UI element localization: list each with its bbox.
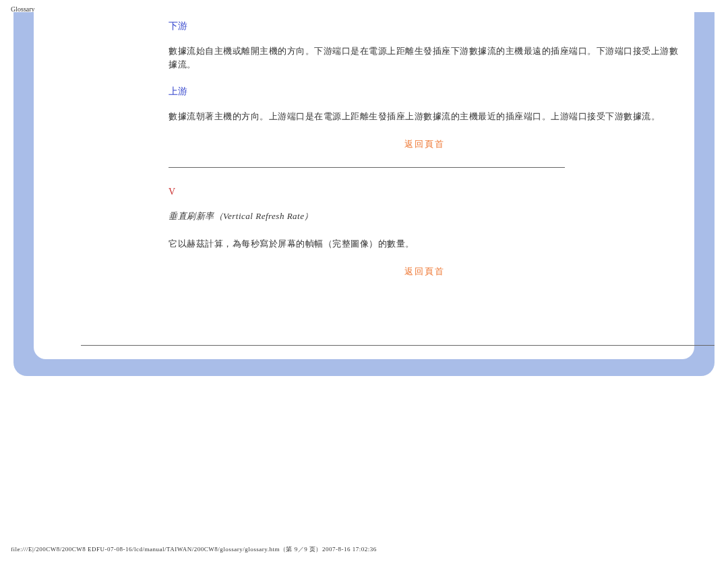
divider [169,167,565,168]
v-heading: V [169,187,681,197]
return-to-top-link-1[interactable]: 返回頁首 [169,138,681,150]
downstream-body: 數據流始自主機或離開主機的方向。下游端口是在電源上距離生發插座下游數據流的主機最… [169,44,681,71]
bottom-divider [81,345,715,346]
content-inner: 下游 數據流始自主機或離開主機的方向。下游端口是在電源上距離生發插座下游數據流的… [34,12,694,346]
upstream-section: 上游 數據流朝著主機的方向。上游端口是在電源上距離生發插座上游數據流的主機最近的… [169,86,681,123]
v-body: 它以赫茲計算，為每秒寫於屏幕的幀幅（完整圖像）的數量。 [169,237,681,251]
downstream-heading: 下游 [169,20,681,32]
v-term: 垂直刷新率（Vertical Refresh Rate） [169,210,681,223]
page-container: 下游 數據流始自主機或離開主機的方向。下游端口是在電源上距離生發插座下游數據流的… [13,12,715,376]
upstream-body: 數據流朝著主機的方向。上游端口是在電源上距離生發插座上游數據流的主機最近的插座端… [169,110,681,123]
downstream-section: 下游 數據流始自主機或離開主機的方向。下游端口是在電源上距離生發插座下游數據流的… [169,12,681,71]
page-footer-path: file:///E|/200CW8/200CW8 EDFU-07-08-16/l… [11,545,377,554]
content-area: 下游 數據流始自主機或離開主機的方向。下游端口是在電源上距離生發插座下游數據流的… [34,12,694,359]
return-to-top-link-2[interactable]: 返回頁首 [169,266,681,278]
upstream-heading: 上游 [169,86,681,98]
v-section: V 垂直刷新率（Vertical Refresh Rate） 它以赫茲計算，為每… [169,187,681,251]
